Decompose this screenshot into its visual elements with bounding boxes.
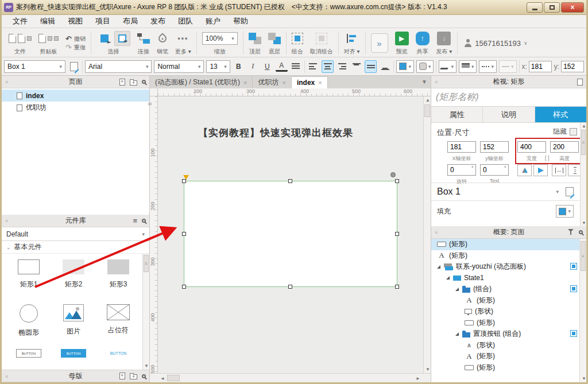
add-folder-icon[interactable] xyxy=(130,374,137,379)
widget-style-row[interactable]: Box 1 ▾ xyxy=(431,183,579,201)
scroll-down-icon[interactable]: ▼ xyxy=(582,376,586,381)
search-icon[interactable] xyxy=(142,80,146,84)
menu-publish[interactable]: 发布 xyxy=(144,15,172,28)
collapse-panel-icon[interactable]: « xyxy=(5,79,9,85)
x-coordinate-input[interactable] xyxy=(447,141,476,153)
menu-edit[interactable]: 编辑 xyxy=(34,15,61,28)
align-left-button[interactable] xyxy=(307,60,319,73)
minimize-button[interactable] xyxy=(527,2,543,13)
close-tab-icon[interactable]: × xyxy=(318,79,322,86)
ungroup-button[interactable]: 取消组合 xyxy=(307,29,336,57)
height-input[interactable] xyxy=(550,141,579,153)
add-folder-icon[interactable] xyxy=(130,80,137,86)
scrollbar-thumb[interactable]: ≡ xyxy=(581,241,586,271)
valign-middle-button[interactable] xyxy=(365,60,377,73)
flip-vertical-button[interactable] xyxy=(533,164,548,176)
scroll-down-icon[interactable]: ▼ xyxy=(582,220,586,226)
italic-button[interactable]: I xyxy=(247,60,259,73)
scrollbar-thumb[interactable]: ≡ xyxy=(581,130,586,155)
fill-color-button[interactable]: ▾ xyxy=(556,205,574,218)
close-tab-icon[interactable]: × xyxy=(243,79,247,86)
outline-scrollbar[interactable]: ≡ ▼ xyxy=(579,239,586,382)
line-style-button[interactable]: ▾ xyxy=(479,60,497,73)
menu-arrange[interactable]: 布局 xyxy=(117,15,144,28)
outline-item[interactable]: (矩形) xyxy=(431,317,586,329)
resize-handle-se[interactable] xyxy=(395,285,399,289)
design-canvas[interactable]: 【实例教程】快速实现弹出框效果 xyxy=(158,96,423,373)
search-icon[interactable] xyxy=(142,219,146,223)
tab-notes[interactable]: 说明 xyxy=(483,107,535,122)
resize-handle-ne[interactable] xyxy=(395,179,399,183)
outline-item[interactable]: A (矩形) xyxy=(431,295,586,307)
style-panel-scrollbar[interactable]: ▲ ≡ ▼ xyxy=(580,123,586,226)
canvas-horizontal-scrollbar[interactable]: ◄ ► xyxy=(150,373,431,382)
menu-help[interactable]: 帮助 xyxy=(227,15,254,28)
valign-bottom-button[interactable] xyxy=(379,60,391,73)
widget-rectangle1[interactable]: 矩形1 xyxy=(6,259,51,296)
flip-horizontal-button[interactable] xyxy=(517,164,532,176)
widget-button-default[interactable]: BUTTON xyxy=(6,349,51,370)
menu-project[interactable]: 项目 xyxy=(89,15,117,28)
widget-scrollbar[interactable]: ≡ ▼ xyxy=(142,254,149,370)
underline-button[interactable]: U xyxy=(261,60,273,73)
pen-tool[interactable]: 钢笔 xyxy=(153,29,172,57)
canvas-vertical-scrollbar[interactable]: ▲ ▼ xyxy=(423,96,431,373)
arrow-style-button[interactable]: ▾ xyxy=(499,60,517,73)
bring-to-front-button[interactable]: 顶层 xyxy=(245,29,265,57)
scroll-right-icon[interactable]: ► xyxy=(416,376,420,381)
widget-rectangle2[interactable]: 矩形2 xyxy=(51,259,96,296)
font-family-select[interactable]: Arial▾ xyxy=(85,60,152,73)
scrollbar-thumb[interactable] xyxy=(424,104,430,117)
widget-button-primary[interactable]: BUTTON xyxy=(51,349,96,370)
font-weight-select[interactable]: Normal▾ xyxy=(154,60,204,73)
clipboard-tools[interactable]: 剪贴板 xyxy=(35,29,62,57)
preview-button[interactable]: ▶ 预览 xyxy=(392,29,412,57)
page-item-index[interactable]: index xyxy=(2,90,149,102)
select-contain-button[interactable] xyxy=(114,31,130,46)
x-position-input[interactable] xyxy=(529,61,552,72)
align-button[interactable]: 对齐 ▾ xyxy=(341,29,363,57)
close-tab-icon[interactable]: × xyxy=(282,79,285,86)
library-menu-icon[interactable]: ≡ xyxy=(133,218,137,224)
filter-icon[interactable] xyxy=(568,229,574,235)
connector-tool[interactable]: 连接 xyxy=(134,29,153,57)
scroll-down-icon[interactable]: ▼ xyxy=(144,363,149,369)
menu-account[interactable]: 账户 xyxy=(199,15,227,28)
valign-top-button[interactable] xyxy=(350,60,362,73)
file-tools[interactable]: 文件 xyxy=(5,29,35,57)
page-item-youzhifang[interactable]: 优职坊 xyxy=(2,102,149,114)
expand-toolbar-button[interactable]: » xyxy=(371,33,388,53)
outline-item[interactable]: (形状) xyxy=(431,306,586,317)
expand-icon[interactable] xyxy=(437,265,440,269)
hide-checkbox[interactable] xyxy=(570,128,577,135)
group-button[interactable]: 组合 xyxy=(288,29,307,57)
width-input[interactable] xyxy=(517,141,546,153)
zoom-select[interactable]: 100%▾ xyxy=(202,32,238,45)
resize-handle-nw[interactable] xyxy=(182,179,186,183)
expand-icon[interactable] xyxy=(446,276,450,280)
menu-file[interactable]: 文件 xyxy=(6,15,34,28)
outline-item[interactable]: (组合) xyxy=(431,284,586,295)
outline-item[interactable]: A (矩形) xyxy=(431,250,586,262)
widget-rectangle3[interactable]: 矩形3 xyxy=(96,259,141,296)
scroll-down-icon[interactable]: ▼ xyxy=(425,367,430,372)
widget-style-select[interactable]: Box 1▾ xyxy=(4,60,65,73)
resize-handle-s[interactable] xyxy=(288,285,292,289)
outline-item[interactable]: A (矩形) xyxy=(431,351,586,362)
y-position-input[interactable] xyxy=(561,61,584,72)
expand-icon[interactable] xyxy=(455,288,459,291)
bold-button[interactable]: B xyxy=(233,60,245,73)
selected-rectangle-widget[interactable] xyxy=(184,181,397,287)
edit-style-icon[interactable] xyxy=(566,187,574,196)
resize-handle-sw[interactable] xyxy=(182,285,186,289)
outline-item[interactable]: 置顶按钮 (组合) xyxy=(431,328,586,340)
tab-youzhifang[interactable]: 优职坊 × xyxy=(253,76,291,88)
scrollbar-thumb[interactable]: ≡ xyxy=(144,255,149,272)
visibility-checkbox[interactable] xyxy=(570,285,577,292)
outline-item[interactable]: ∧ (形状) xyxy=(431,340,586,351)
add-master-icon[interactable] xyxy=(119,373,125,379)
outline-item[interactable]: (矩形) xyxy=(431,362,586,374)
send-to-back-button[interactable]: 底层 xyxy=(265,29,284,57)
tab-index[interactable]: index × xyxy=(292,76,328,88)
widget-name-field[interactable]: (矩形名称) xyxy=(431,88,586,107)
